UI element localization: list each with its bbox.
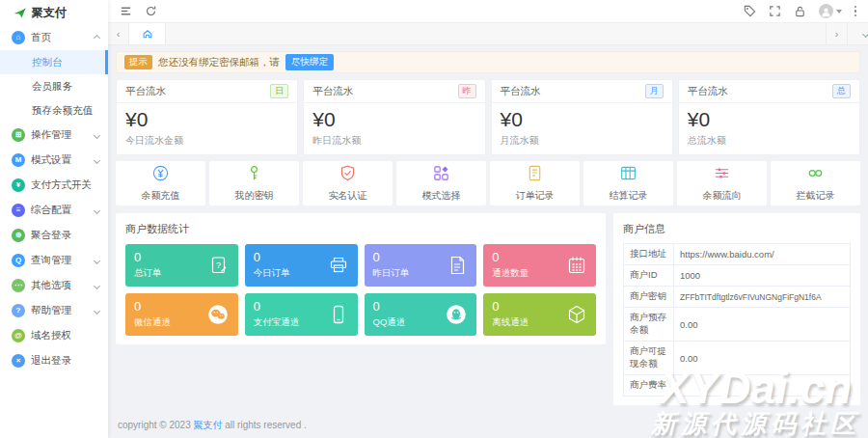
shortcut-intercept-records[interactable]: 拦截记录 (771, 161, 860, 205)
stat-card-yesterday: 平台流水昨 ¥0昨日流水额 (303, 79, 485, 155)
sidebar-item-config[interactable]: ≡ 综合配置 (0, 198, 108, 223)
row-label: 商户预存余额 (624, 308, 674, 342)
tag-icon[interactable] (744, 5, 756, 17)
chevron-down-icon (94, 257, 100, 263)
table-row: 商户可提现余额0.00 (624, 342, 851, 375)
sidebar-item-domain-auth[interactable]: @ 域名授权 (0, 323, 108, 348)
shortcut-realname-verify[interactable]: 实名认证 (303, 161, 393, 205)
domain-auth-circle-icon: @ (12, 329, 25, 342)
home-circle-icon: ⌂ (12, 31, 25, 44)
shortcut-mode-select[interactable]: 模式选择 (396, 161, 486, 205)
sidebar-item-payment-switch[interactable]: ¥ 支付方式开关 (0, 173, 108, 198)
table-row: 接口地址https://www.baidu.com/ (624, 244, 851, 265)
row-label: 商户ID (624, 265, 674, 287)
logout-circle-icon: × (12, 354, 25, 368)
user-menu[interactable] (819, 4, 842, 18)
sidebar-item-aggregate-login[interactable]: ⊕ 聚合登录 (0, 223, 108, 248)
tile-value: 0 (492, 251, 529, 264)
table-row: 商户预存余额0.00 (624, 308, 851, 342)
tile-yesterday-orders: 0昨日订单 (365, 244, 477, 287)
footer-text: all rights reserved . (225, 420, 306, 430)
tab-actions-button[interactable] (847, 23, 868, 44)
sidebar-subitem-prestore-recharge[interactable]: 预存余额充值 (0, 98, 108, 123)
stat-card-month: 平台流水月 ¥0月流水额 (491, 79, 673, 155)
brand-name: 聚支付 (32, 5, 67, 21)
shortcut-balance-flow[interactable]: 余额流向 (677, 161, 767, 205)
row-label: 接口地址 (624, 244, 674, 265)
tile-today-orders: 0今日订单 (245, 244, 358, 287)
sidebar-subitem-console[interactable]: 控制台 (0, 50, 108, 74)
calendar-grid-icon (566, 255, 587, 276)
shortcut-balance-recharge[interactable]: 余额充值 (116, 161, 205, 205)
shortcut-order-records[interactable]: 订单记录 (490, 161, 580, 205)
aggregate-login-circle-icon: ⊕ (12, 229, 25, 242)
sidebar-subitem-member-service[interactable]: 会员服务 (0, 74, 108, 98)
panel-title: 商户数据统计 (125, 222, 596, 236)
tile-label: 昨日订单 (373, 267, 410, 280)
main-area: ‹ › 提示 您还没有绑定密保邮箱，请 尽快绑定 平台流水日 ¥0今日流水金额 … (108, 0, 868, 438)
tile-value: 0 (373, 300, 406, 314)
sidebar-item-label: 首页 (31, 31, 51, 44)
tab-home[interactable] (129, 23, 166, 44)
payment-switch-circle-icon: ¥ (12, 178, 25, 192)
shortcut-my-key[interactable]: 我的密钥 (209, 161, 299, 205)
stat-badge: 日 (270, 84, 288, 98)
brand-logo[interactable]: 聚支付 (0, 0, 108, 25)
tab-bar: ‹ › (108, 23, 868, 45)
svg-text:?: ? (216, 260, 221, 270)
user-avatar (819, 4, 833, 18)
stat-title: 平台流水 (125, 85, 166, 98)
tab-scroll-left-button[interactable]: ‹ (108, 23, 129, 44)
tile-label: 离线通道 (492, 316, 529, 329)
cube-icon (566, 304, 587, 325)
sidebar-item-mode-settings[interactable]: M 模式设置 (0, 148, 108, 173)
shortcut-label: 模式选择 (422, 189, 461, 203)
fullscreen-icon[interactable] (769, 5, 781, 17)
tile-alipay-channel: 0支付宝通道 (245, 293, 358, 336)
chevron-down-icon (94, 156, 100, 163)
refresh-icon[interactable] (145, 5, 157, 17)
tile-offline-channel: 0离线通道 (483, 293, 596, 336)
sidebar-item-label: 操作管理 (31, 128, 71, 142)
tile-value: 0 (492, 300, 529, 314)
mode-settings-circle-icon: M (12, 153, 25, 167)
tab-scroll-right-button[interactable]: › (826, 23, 847, 44)
tile-value: 0 (254, 251, 290, 264)
paper-plane-icon (13, 6, 27, 20)
sidebar-item-other-options[interactable]: ⋯ 其他选项 (0, 273, 108, 298)
stat-label: 总流水额 (688, 134, 851, 148)
top-header (108, 0, 868, 23)
wechat-icon (206, 303, 230, 326)
tile-wechat-channel: 0微信通道 (125, 293, 238, 336)
table-row: 商户费率 (624, 375, 851, 397)
kebab-menu-icon[interactable] (854, 6, 857, 17)
shortcut-label: 结算记录 (610, 189, 648, 203)
shortcut-label: 拦截记录 (797, 189, 835, 203)
lock-icon[interactable] (794, 5, 806, 17)
footer-brand-link[interactable]: 聚支付 (194, 420, 223, 430)
sidebar-item-operations[interactable]: ⊞ 操作管理 (0, 123, 108, 148)
chevron-up-icon (94, 34, 100, 41)
bottom-panels: 商户数据统计 0总订单 ? 0今日订单 0昨日订单 (116, 213, 860, 405)
shield-verify-icon (339, 164, 357, 186)
tile-label: 总订单 (134, 267, 162, 280)
tile-value: 0 (134, 251, 162, 264)
tile-value: 0 (373, 251, 410, 264)
stat-title: 平台流水 (501, 85, 541, 98)
email-bind-alert: 提示 您还没有绑定密保邮箱，请 尽快绑定 (116, 51, 860, 73)
sidebar-item-label: 综合配置 (31, 204, 71, 217)
sidebar-item-query[interactable]: Q 查询管理 (0, 248, 108, 273)
sidebar-item-logout[interactable]: × 退出登录 (0, 348, 108, 373)
help-circle-icon: ? (12, 304, 25, 317)
bind-email-button[interactable]: 尽快绑定 (285, 54, 334, 70)
row-value: 1000 (674, 265, 851, 287)
sidebar-item-help[interactable]: ? 帮助管理 (0, 298, 108, 323)
shortcut-settlement-records[interactable]: 结算记录 (583, 161, 673, 205)
sidebar-item-label: 支付方式开关 (31, 178, 92, 192)
collapse-menu-icon[interactable] (120, 5, 132, 17)
qq-icon (445, 303, 468, 326)
doc-list-icon (447, 255, 468, 276)
caret-down-icon (836, 10, 842, 14)
row-label: 商户可提现余额 (624, 342, 674, 375)
sidebar-item-home[interactable]: ⌂ 首页 (0, 25, 108, 50)
